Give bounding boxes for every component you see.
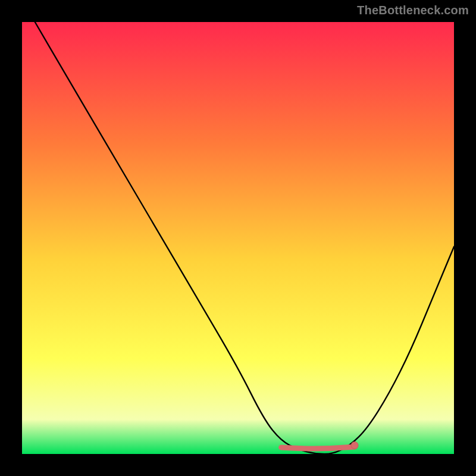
chart-frame: TheBottleneck.com [0, 0, 476, 476]
watermark-text: TheBottleneck.com [357, 4, 469, 17]
heat-gradient-background [22, 22, 454, 454]
plot-area [22, 22, 454, 454]
gradient-rect [22, 22, 454, 454]
